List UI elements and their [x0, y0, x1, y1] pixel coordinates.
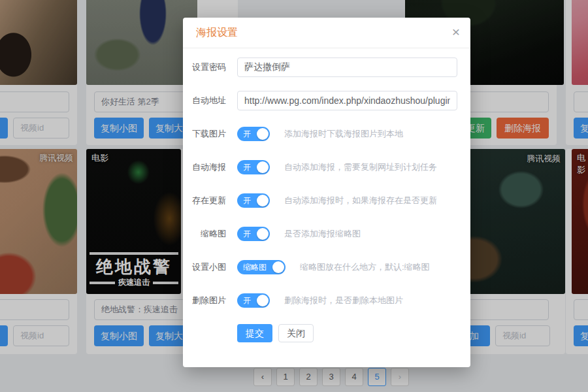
- toggle-knob: [257, 295, 269, 306]
- field-description: 自动添加海报时，如果海报存在是否更新: [284, 195, 437, 206]
- small-image-row: 设置小图 缩略图 缩略图放在什么地方，默认:缩略图: [183, 257, 457, 277]
- thumbnail-row: 缩略图 开 是否添加海报缩略图: [183, 224, 457, 244]
- field-label: 缩略图: [183, 228, 226, 240]
- delete-image-row: 删除图片 开 删除海报时，是否删除本地图片: [183, 291, 457, 310]
- toggle-knob: [257, 195, 269, 206]
- toggle-knob: [257, 161, 269, 173]
- close-icon[interactable]: ×: [452, 25, 460, 39]
- field-label: 下载图片: [183, 128, 226, 140]
- field-description: 缩略图放在什么地方，默认:缩略图: [300, 261, 430, 273]
- download-image-toggle[interactable]: 开: [237, 127, 270, 141]
- auto-url-input[interactable]: [237, 91, 457, 110]
- field-label: 自动地址: [183, 95, 226, 106]
- field-label: 存在更新: [183, 195, 226, 206]
- field-description: 是否添加海报缩略图: [284, 228, 361, 240]
- dialog-title: 海报设置: [196, 18, 457, 48]
- field-label: 设置密码: [183, 61, 226, 73]
- download-image-row: 下载图片 开 添加海报时下载海报图片到本地: [183, 124, 457, 144]
- toggle-knob: [272, 261, 284, 273]
- password-row: 设置密码: [183, 57, 457, 77]
- auto-url-row: 自动地址: [183, 91, 457, 110]
- exist-update-toggle[interactable]: 开: [237, 193, 270, 208]
- thumbnail-toggle[interactable]: 开: [237, 227, 270, 241]
- field-label: 自动海报: [183, 161, 226, 173]
- small-image-toggle[interactable]: 缩略图: [237, 260, 286, 274]
- password-input[interactable]: [237, 57, 457, 77]
- poster-settings-dialog: 海报设置 × 设置密码 自动地址 下载图片 开 添加海报时下载海报图片到本地: [183, 18, 470, 367]
- toggle-knob: [257, 128, 269, 140]
- dialog-header: 海报设置 ×: [183, 18, 470, 48]
- field-description: 添加海报时下载海报图片到本地: [284, 128, 403, 140]
- close-button[interactable]: 关闭: [278, 324, 314, 342]
- field-description: 自动添加海报，需要复制网址到计划任务: [284, 161, 437, 173]
- auto-poster-row: 自动海报 开 自动添加海报，需要复制网址到计划任务: [183, 157, 457, 177]
- screen: 添加 视频id 你好生活 第2季 复制小图 复制大图 更新 删除海报 复制小图 …: [0, 0, 588, 392]
- delete-image-toggle[interactable]: 开: [237, 293, 270, 308]
- exist-update-row: 存在更新 开 自动添加海报时，如果海报存在是否更新: [183, 191, 457, 210]
- toggle-knob: [257, 228, 269, 240]
- dialog-footer: 提交 关闭: [183, 324, 457, 342]
- field-description: 删除海报时，是否删除本地图片: [284, 295, 403, 306]
- field-label: 删除图片: [183, 295, 226, 306]
- auto-poster-toggle[interactable]: 开: [237, 160, 270, 174]
- submit-button[interactable]: 提交: [237, 324, 272, 342]
- dialog-body: 设置密码 自动地址 下载图片 开 添加海报时下载海报图片到本地 自动海报 开: [183, 48, 470, 342]
- field-label: 设置小图: [183, 261, 226, 273]
